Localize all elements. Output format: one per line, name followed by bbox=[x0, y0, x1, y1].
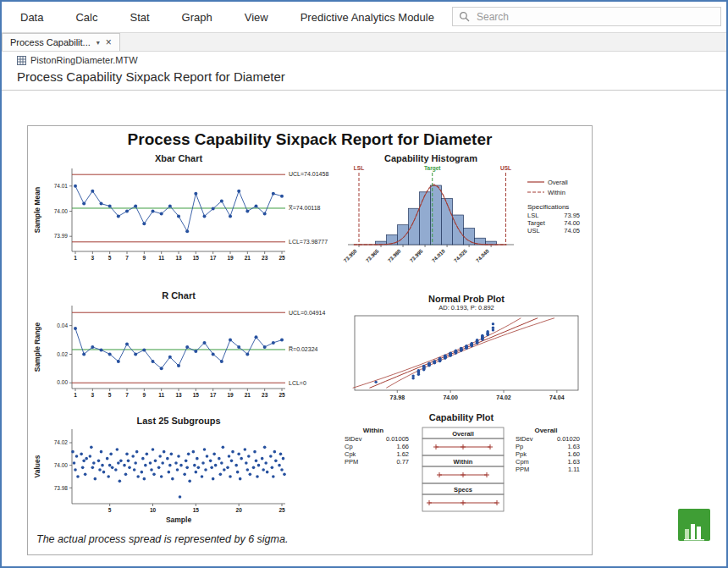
svg-text:AD: 0.193, P: 0.892: AD: 0.193, P: 0.892 bbox=[438, 304, 494, 312]
svg-text:Sample Mean: Sample Mean bbox=[33, 187, 41, 233]
svg-text:1.63: 1.63 bbox=[567, 458, 580, 466]
svg-text:Cpm: Cpm bbox=[516, 458, 529, 466]
svg-text:R̅=0.02324: R̅=0.02324 bbox=[288, 346, 317, 352]
search-input[interactable] bbox=[475, 10, 714, 24]
svg-text:Within: Within bbox=[363, 427, 383, 434]
worksheet-grid-icon bbox=[17, 56, 26, 65]
svg-text:LSL: LSL bbox=[354, 165, 364, 171]
svg-text:19: 19 bbox=[227, 255, 234, 261]
svg-text:Within: Within bbox=[548, 189, 565, 196]
menu-item-view[interactable]: View bbox=[245, 11, 268, 24]
menu-item-data[interactable]: Data bbox=[20, 11, 43, 24]
svg-text:74.010: 74.010 bbox=[430, 247, 446, 263]
svg-text:74.00: 74.00 bbox=[443, 394, 458, 400]
chevron-down-icon[interactable]: ▾ bbox=[97, 39, 100, 47]
svg-text:1: 1 bbox=[74, 392, 77, 398]
report-canvas[interactable]: Process Capability Sixpack Report for Di… bbox=[27, 125, 593, 555]
svg-text:74.05: 74.05 bbox=[564, 227, 580, 234]
svg-text:10: 10 bbox=[150, 507, 157, 513]
capability-histogram-chart[interactable]: Capability Histogram73.95073.96573.98073… bbox=[334, 152, 588, 285]
svg-text:73.965: 73.965 bbox=[364, 247, 380, 263]
svg-text:15: 15 bbox=[193, 255, 200, 261]
svg-text:Cpk: Cpk bbox=[345, 450, 356, 458]
svg-text:74.00: 74.00 bbox=[564, 219, 580, 227]
menu-item-graph[interactable]: Graph bbox=[182, 11, 212, 24]
svg-text:25: 25 bbox=[279, 255, 285, 261]
r-chart[interactable]: R Chart0.000.020.04135791113151719212325… bbox=[31, 289, 331, 407]
tab-strip: Process Capabilit... ▾ × bbox=[2, 33, 726, 52]
svg-text:1.63: 1.63 bbox=[567, 443, 580, 450]
capability-plot-chart[interactable]: Capability PlotWithinStDev0.01005Cp1.66C… bbox=[334, 411, 588, 533]
svg-text:15: 15 bbox=[193, 392, 200, 398]
svg-text:PPM: PPM bbox=[516, 466, 529, 473]
svg-text:Sample Range: Sample Range bbox=[33, 322, 41, 372]
svg-text:0.01005: 0.01005 bbox=[386, 435, 409, 443]
svg-text:73.995: 73.995 bbox=[408, 247, 424, 263]
svg-text:UCL=74.01458: UCL=74.01458 bbox=[289, 171, 328, 177]
svg-text:7: 7 bbox=[125, 255, 129, 261]
svg-text:Overall: Overall bbox=[534, 427, 557, 434]
svg-text:3: 3 bbox=[91, 255, 95, 261]
last-25-subgroups-chart[interactable]: Last 25 Subgroups73.9874.0074.0251015202… bbox=[31, 414, 331, 532]
svg-text:Last 25 Subgroups: Last 25 Subgroups bbox=[136, 416, 220, 426]
tab-label: Process Capabilit... bbox=[10, 37, 91, 47]
svg-text:LCL=73.98777: LCL=73.98777 bbox=[289, 239, 328, 245]
svg-text:5: 5 bbox=[108, 255, 112, 261]
close-icon[interactable]: × bbox=[106, 36, 112, 48]
svg-text:25: 25 bbox=[279, 392, 285, 398]
bar-chart-icon bbox=[683, 519, 705, 541]
svg-text:9: 9 bbox=[143, 255, 146, 261]
svg-text:Specs: Specs bbox=[454, 486, 472, 494]
svg-text:PPM: PPM bbox=[345, 458, 358, 466]
svg-text:StDev: StDev bbox=[345, 435, 362, 443]
svg-text:21: 21 bbox=[245, 392, 251, 398]
svg-text:73.98: 73.98 bbox=[390, 394, 405, 400]
svg-text:3: 3 bbox=[91, 392, 95, 398]
svg-text:Specifications: Specifications bbox=[527, 203, 569, 211]
svg-text:Target: Target bbox=[424, 165, 441, 172]
svg-text:0.00: 0.00 bbox=[57, 379, 68, 385]
tab-process-capability[interactable]: Process Capabilit... ▾ × bbox=[2, 33, 120, 51]
xbar-chart[interactable]: Xbar Chart73.9974.0074.01135791113151719… bbox=[31, 152, 331, 270]
svg-text:0.02: 0.02 bbox=[57, 351, 68, 357]
menu-item-predictive-analytics-module[interactable]: Predictive Analytics Module bbox=[301, 11, 434, 24]
svg-text:17: 17 bbox=[210, 255, 217, 261]
svg-text:23: 23 bbox=[262, 392, 268, 398]
svg-text:Values: Values bbox=[33, 455, 41, 477]
svg-text:LCL=0: LCL=0 bbox=[289, 380, 306, 386]
svg-text:LSL: LSL bbox=[527, 212, 538, 219]
svg-text:Cp: Cp bbox=[345, 443, 353, 450]
svg-text:74.025: 74.025 bbox=[452, 247, 468, 263]
search-box[interactable] bbox=[452, 7, 721, 26]
report-footnote: The actual process spread is represented… bbox=[36, 533, 288, 545]
svg-text:Ppk: Ppk bbox=[516, 450, 527, 458]
svg-text:73.950: 73.950 bbox=[342, 247, 358, 263]
svg-text:19: 19 bbox=[227, 392, 234, 398]
svg-text:USL: USL bbox=[527, 227, 540, 234]
svg-text:Sample: Sample bbox=[166, 516, 192, 524]
svg-text:Xbar Chart: Xbar Chart bbox=[155, 153, 203, 163]
svg-text:1.66: 1.66 bbox=[396, 443, 409, 450]
svg-text:1.60: 1.60 bbox=[567, 450, 580, 458]
worksheet-row: PistonRingDiameter.MTW bbox=[17, 55, 138, 65]
search-icon bbox=[459, 11, 470, 22]
normal-prob-plot-chart[interactable]: Normal Prob PlotAD: 0.193, P: 0.89273.98… bbox=[334, 292, 588, 411]
svg-text:Capability Plot: Capability Plot bbox=[429, 412, 494, 422]
svg-text:Overall: Overall bbox=[452, 430, 473, 438]
menu-item-stat[interactable]: Stat bbox=[130, 11, 149, 24]
svg-text:R Chart: R Chart bbox=[162, 290, 196, 301]
svg-text:UCL=0.04914: UCL=0.04914 bbox=[289, 310, 326, 316]
minitab-graph-button[interactable] bbox=[678, 509, 710, 541]
svg-text:73.98: 73.98 bbox=[54, 485, 69, 491]
svg-text:Pp: Pp bbox=[516, 443, 523, 450]
svg-text:15: 15 bbox=[193, 507, 200, 513]
svg-text:Target: Target bbox=[527, 219, 546, 227]
menu-item-calc[interactable]: Calc bbox=[75, 11, 97, 24]
svg-text:74.02: 74.02 bbox=[496, 394, 511, 400]
svg-text:74.00: 74.00 bbox=[54, 208, 69, 214]
svg-text:13: 13 bbox=[175, 392, 182, 398]
svg-text:23: 23 bbox=[262, 255, 268, 261]
svg-text:7: 7 bbox=[125, 392, 129, 398]
svg-text:X̅=74.00118: X̅=74.00118 bbox=[288, 205, 320, 211]
svg-text:73.95: 73.95 bbox=[564, 212, 580, 219]
